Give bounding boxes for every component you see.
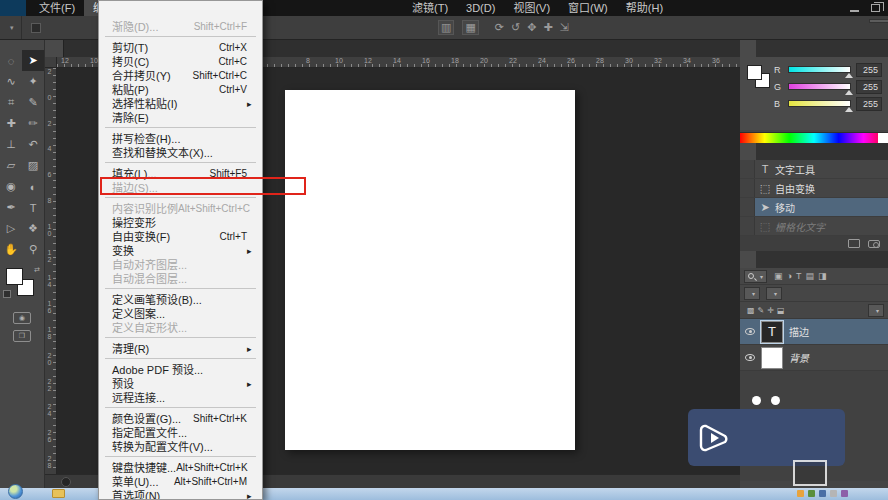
color-spectrum-bar[interactable] bbox=[740, 132, 888, 143]
lock-pixels-icon[interactable]: ✎ bbox=[758, 306, 765, 315]
canvas[interactable] bbox=[285, 90, 575, 450]
edit-menu-item[interactable]: 首选项(N) bbox=[99, 488, 262, 500]
3d-rotate-icon[interactable]: ⟳ bbox=[495, 21, 504, 34]
edit-menu-item[interactable]: 合并拷贝(Y)Shift+Ctrl+C bbox=[99, 68, 262, 82]
edit-menu-item[interactable]: 键盘快捷键...Alt+Shift+Ctrl+K bbox=[99, 460, 262, 474]
3d-slide-icon[interactable]: ✚ bbox=[543, 21, 552, 34]
edit-menu-item[interactable]: 查找和替换文本(X)... bbox=[99, 145, 262, 159]
edit-menu-item[interactable]: 定义图案... bbox=[99, 306, 262, 320]
gradient-tool[interactable]: ▨ bbox=[22, 155, 44, 176]
menu-scroll-up-icon[interactable] bbox=[99, 1, 262, 19]
edit-menu-item[interactable]: Adobe PDF 预设... bbox=[99, 362, 262, 376]
default-colors-icon[interactable] bbox=[3, 290, 11, 298]
history-source-checkbox[interactable] bbox=[740, 179, 755, 197]
edit-menu-item[interactable]: 操控变形 bbox=[99, 215, 262, 229]
fill-field[interactable]: ▾ bbox=[868, 304, 884, 317]
filter-type-select[interactable]: ▾ bbox=[744, 270, 767, 283]
layer-thumbnail[interactable] bbox=[761, 347, 783, 369]
foreground-color-swatch[interactable] bbox=[6, 268, 23, 285]
dodge-tool[interactable]: ◐ bbox=[22, 176, 44, 197]
status-info-icon[interactable] bbox=[61, 477, 71, 487]
filter-pixel-icon[interactable]: ▣ bbox=[774, 271, 783, 281]
history-source-checkbox[interactable] bbox=[740, 217, 755, 235]
filter-adjustment-icon[interactable]: ◑ bbox=[787, 271, 792, 281]
3d-scale-icon[interactable]: ⇲ bbox=[560, 21, 569, 34]
channel-slider[interactable] bbox=[788, 66, 851, 73]
edit-menu-item[interactable]: 预设 bbox=[99, 376, 262, 390]
layer-thumbnail[interactable]: T bbox=[761, 321, 783, 343]
描边[interactable]: T 描边 bbox=[740, 319, 888, 345]
magic-wand-tool[interactable]: ✦ bbox=[22, 71, 44, 92]
lock-all-icon[interactable]: ⬓ bbox=[777, 306, 785, 315]
quick-mask-icon[interactable]: ◉ bbox=[13, 312, 31, 324]
menu-bar-item[interactable]: 视图(V) bbox=[504, 0, 559, 16]
menu-bar-item[interactable]: 滤镜(T) bbox=[403, 0, 457, 16]
menu-bar-item[interactable]: 3D(D) bbox=[457, 0, 504, 16]
edit-menu-item[interactable]: 描边(S)... bbox=[99, 180, 262, 194]
3d-pan-icon[interactable]: ✥ bbox=[527, 21, 536, 34]
edit-menu-item[interactable]: 转换为配置文件(V)... bbox=[99, 439, 262, 453]
workspace-switcher-button[interactable] bbox=[869, 19, 888, 23]
edit-menu-item[interactable]: 自动混合图层... bbox=[99, 271, 262, 285]
tool-preset-picker[interactable]: ▾ bbox=[0, 16, 22, 39]
history-state-row[interactable]: ⬚ 自由变换 bbox=[740, 179, 888, 198]
lock-position-icon[interactable]: ✛ bbox=[767, 306, 774, 315]
align-icon[interactable]: ▥ bbox=[438, 20, 454, 35]
tab-history[interactable] bbox=[740, 143, 756, 160]
blur-tool[interactable]: ◉ bbox=[0, 176, 22, 197]
menu-bar-item[interactable]: 帮助(H) bbox=[617, 0, 672, 16]
edit-menu-item[interactable]: 菜单(U)...Alt+Shift+Ctrl+M bbox=[99, 474, 262, 488]
lock-transparency-icon[interactable]: ▩ bbox=[747, 306, 755, 315]
tab-swatches[interactable] bbox=[756, 40, 772, 57]
edit-menu-item[interactable]: 定义自定形状... bbox=[99, 320, 262, 334]
edit-menu-item[interactable]: 拷贝(C)Ctrl+C bbox=[99, 54, 262, 68]
edit-menu-item[interactable]: 定义画笔预设(B)... bbox=[99, 292, 262, 306]
edit-menu-item[interactable]: 拼写检查(H)... bbox=[99, 131, 262, 145]
channel-value-field[interactable]: 255 bbox=[856, 97, 882, 111]
edit-menu-item[interactable]: 内容识别比例Alt+Shift+Ctrl+C bbox=[99, 201, 262, 215]
tab-actions[interactable] bbox=[756, 143, 772, 160]
history-state-row[interactable]: ➤ 移动 bbox=[740, 198, 888, 217]
pen-tool[interactable]: ✒ bbox=[0, 197, 22, 218]
marquee-tool[interactable]: ◌ bbox=[0, 50, 22, 71]
menu-bar-item[interactable]: 文件(F) bbox=[30, 0, 84, 16]
foreground-color-swatch[interactable] bbox=[747, 65, 762, 80]
menu-bar-item[interactable]: 窗口(W) bbox=[559, 0, 617, 16]
start-button-icon[interactable] bbox=[8, 484, 23, 499]
edit-menu-item[interactable]: 自由变换(F)Ctrl+T bbox=[99, 229, 262, 243]
3d-roll-icon[interactable]: ↺ bbox=[511, 21, 520, 34]
crop-tool[interactable]: ⌗ bbox=[0, 92, 22, 113]
tab-paths[interactable] bbox=[772, 251, 788, 268]
auto-select-checkbox[interactable] bbox=[31, 23, 41, 33]
zoom-tool[interactable]: ⚲ bbox=[22, 239, 44, 260]
document-tab[interactable] bbox=[45, 40, 64, 57]
channel-value-field[interactable]: 255 bbox=[856, 63, 882, 77]
history-brush-tool[interactable]: ↶ bbox=[22, 134, 44, 155]
edit-menu-item[interactable]: 变换 bbox=[99, 243, 262, 257]
layer-visibility-eye-icon[interactable] bbox=[745, 328, 755, 335]
tray-icon[interactable] bbox=[830, 490, 837, 497]
edit-menu-item[interactable]: 剪切(T)Ctrl+X bbox=[99, 40, 262, 54]
new-snapshot-icon[interactable] bbox=[868, 240, 880, 248]
edit-menu-item[interactable]: 颜色设置(G)...Shift+Ctrl+K bbox=[99, 411, 262, 425]
edit-menu-item[interactable]: 渐隐(D)...Shift+Ctrl+F bbox=[99, 19, 262, 33]
shape-tool[interactable]: ❖ bbox=[22, 218, 44, 239]
healing-brush-tool[interactable]: ✚ bbox=[0, 113, 22, 134]
opacity-field[interactable]: ▾ bbox=[766, 287, 782, 300]
channel-value-field[interactable]: 255 bbox=[856, 80, 882, 94]
filter-smart-icon[interactable]: ◨ bbox=[818, 271, 827, 281]
hand-tool[interactable]: ✋ bbox=[0, 239, 22, 260]
edit-menu-item[interactable]: 自动对齐图层... bbox=[99, 257, 262, 271]
tab-layers[interactable] bbox=[740, 251, 756, 268]
edit-menu-item[interactable]: 清理(R) bbox=[99, 341, 262, 355]
distribute-icon[interactable]: ▦ bbox=[462, 20, 478, 35]
history-source-checkbox[interactable] bbox=[740, 160, 755, 178]
tray-icon[interactable] bbox=[841, 490, 848, 497]
minimize-icon[interactable] bbox=[850, 10, 859, 12]
channel-slider[interactable] bbox=[788, 100, 851, 107]
lasso-tool[interactable]: ∿ bbox=[0, 71, 22, 92]
tab-channels[interactable] bbox=[756, 251, 772, 268]
clone-stamp-tool[interactable]: ⊥ bbox=[0, 134, 22, 155]
edit-menu-item[interactable]: 粘贴(P)Ctrl+V bbox=[99, 82, 262, 96]
path-select-tool[interactable]: ▷ bbox=[0, 218, 22, 239]
